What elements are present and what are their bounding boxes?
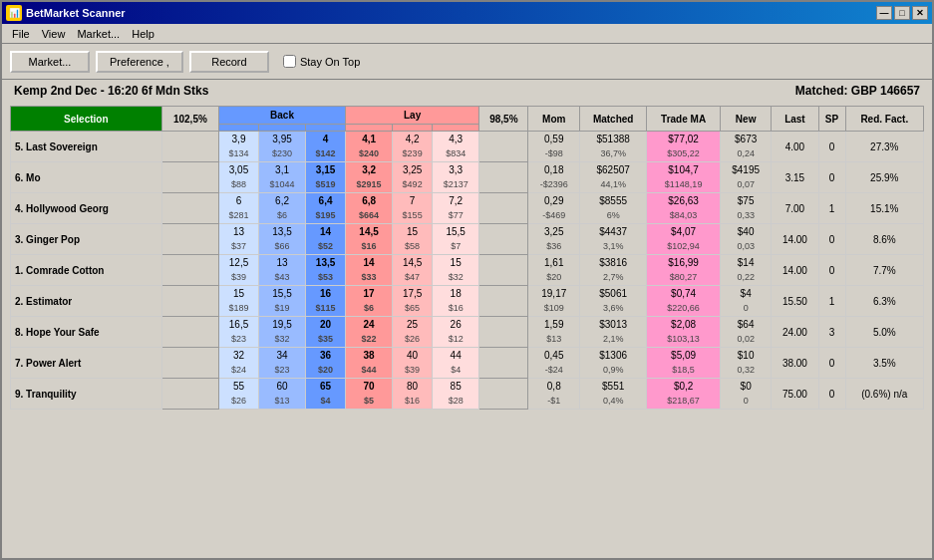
cell-b1[interactable]: 14$52 <box>306 224 346 255</box>
cell-b1[interactable]: 36$20 <box>306 348 346 379</box>
cell-b1[interactable]: 20$35 <box>306 317 346 348</box>
menu-market[interactable]: Market... <box>71 26 126 42</box>
cell-mom: 3,25$36 <box>528 224 580 255</box>
cell-l2[interactable]: 7$155 <box>393 193 433 224</box>
main-table: Selection 102,5% Back Lay 98,5% Mom Matc… <box>10 106 924 410</box>
cell-b3[interactable]: 12,5$39 <box>219 255 259 286</box>
cell-l1[interactable]: 17$6 <box>345 286 392 317</box>
cell-b2[interactable]: 3,95$230 <box>258 132 305 162</box>
cell-b2[interactable]: 60$13 <box>258 379 305 410</box>
cell-b2[interactable]: 13,5$66 <box>258 224 305 255</box>
cell-l2[interactable]: 14,5$47 <box>393 255 433 286</box>
cell-l1[interactable]: 24$22 <box>345 317 392 348</box>
cell-l2[interactable]: 40$39 <box>393 348 433 379</box>
cell-b2[interactable]: 6,2$6 <box>258 193 305 224</box>
cell-l3[interactable]: 15,5$7 <box>433 224 479 255</box>
cell-l3[interactable]: 15$32 <box>433 255 479 286</box>
preference-button[interactable]: Preference , <box>96 51 183 73</box>
cell-b1[interactable]: 65$4 <box>306 379 346 410</box>
th-red-fact: Red. Fact. <box>845 107 923 132</box>
record-button[interactable]: Record <box>189 51 269 73</box>
window-title: BetMarket Scanner <box>26 7 126 19</box>
table-row: 5. Last Sovereign 3,9$134 3,95$230 4$142… <box>11 132 924 162</box>
cell-l3[interactable]: 7,2$77 <box>433 193 479 224</box>
th-mom: Mom <box>528 107 580 132</box>
cell-mom: 0,29-$469 <box>528 193 580 224</box>
cell-matched: $13060,9% <box>580 348 647 379</box>
cell-pct2 <box>479 193 528 224</box>
cell-trade-ma: $16,99$80,27 <box>647 255 721 286</box>
cell-b1[interactable]: 16$115 <box>306 286 346 317</box>
cell-l3[interactable]: 85$28 <box>433 379 479 410</box>
cell-b2[interactable]: 13$43 <box>258 255 305 286</box>
menu-view[interactable]: View <box>36 26 72 42</box>
cell-b3[interactable]: 13$37 <box>219 224 259 255</box>
cell-b3[interactable]: 3,9$134 <box>219 132 259 162</box>
th-l2 <box>393 125 433 132</box>
cell-b1[interactable]: 4$142 <box>306 132 346 162</box>
table-container: Selection 102,5% Back Lay 98,5% Mom Matc… <box>2 102 932 414</box>
th-pct2: 98,5% <box>479 107 528 132</box>
cell-l3[interactable]: 44$4 <box>433 348 479 379</box>
cell-l2[interactable]: 17,5$65 <box>393 286 433 317</box>
title-bar-left: 📊 BetMarket Scanner <box>6 5 126 21</box>
maximize-button[interactable]: □ <box>894 6 910 20</box>
cell-b2[interactable]: 15,5$19 <box>258 286 305 317</box>
cell-last: 14.00 <box>772 255 818 286</box>
cell-l2[interactable]: 15$58 <box>393 224 433 255</box>
cell-sp: 3 <box>818 317 845 348</box>
close-button[interactable]: ✕ <box>912 6 928 20</box>
table-row: 4. Hollywood Georg 6$281 6,2$6 6,4$195 6… <box>11 193 924 224</box>
cell-l1[interactable]: 38$44 <box>345 348 392 379</box>
cell-b3[interactable]: 32$24 <box>219 348 259 379</box>
cell-l2[interactable]: 4,2$239 <box>393 132 433 162</box>
cell-b1[interactable]: 3,15$519 <box>306 162 346 193</box>
cell-l1[interactable]: 14,5$16 <box>345 224 392 255</box>
cell-l2[interactable]: 25$26 <box>393 317 433 348</box>
cell-sp: 1 <box>818 193 845 224</box>
cell-matched: $30132,1% <box>580 317 647 348</box>
cell-b1[interactable]: 13,5$53 <box>306 255 346 286</box>
menu-help[interactable]: Help <box>126 26 160 42</box>
cell-new: $400,03 <box>720 224 771 255</box>
cell-l3[interactable]: 4,3$834 <box>433 132 479 162</box>
cell-l3[interactable]: 26$12 <box>433 317 479 348</box>
stay-on-top-checkbox[interactable] <box>283 55 296 68</box>
cell-last: 7.00 <box>772 193 818 224</box>
cell-l1[interactable]: 70$5 <box>345 379 392 410</box>
cell-selection: 5. Last Sovereign <box>11 132 162 162</box>
cell-b3[interactable]: 15$189 <box>219 286 259 317</box>
menu-file[interactable]: File <box>6 26 36 42</box>
cell-b3[interactable]: 6$281 <box>219 193 259 224</box>
cell-l3[interactable]: 18$16 <box>433 286 479 317</box>
cell-l2[interactable]: 80$16 <box>393 379 433 410</box>
cell-l1[interactable]: 6,8$664 <box>345 193 392 224</box>
cell-sp: 0 <box>818 224 845 255</box>
th-b1 <box>306 125 346 132</box>
cell-b3[interactable]: 16,5$23 <box>219 317 259 348</box>
cell-pct1 <box>161 162 218 193</box>
cell-last: 15.50 <box>772 286 818 317</box>
market-button[interactable]: Market... <box>10 51 90 73</box>
cell-b2[interactable]: 34$23 <box>258 348 305 379</box>
minimize-button[interactable]: — <box>876 6 892 20</box>
cell-b2[interactable]: 3,1$1044 <box>258 162 305 193</box>
cell-l3[interactable]: 3,3$2137 <box>433 162 479 193</box>
cell-b1[interactable]: 6,4$195 <box>306 193 346 224</box>
table-row: 6. Mo 3,05$88 3,1$1044 3,15$519 3,2$2915… <box>11 162 924 193</box>
toolbar: Market... Preference , Record Stay On To… <box>2 44 932 80</box>
cell-selection: 7. Power Alert <box>11 348 162 379</box>
cell-b2[interactable]: 19,5$32 <box>258 317 305 348</box>
main-window: 📊 BetMarket Scanner — □ ✕ File View Mark… <box>0 0 934 560</box>
th-trade-ma: Trade MA <box>647 107 721 132</box>
race-title: Kemp 2nd Dec - 16:20 6f Mdn Stks <box>14 84 208 98</box>
cell-b3[interactable]: 3,05$88 <box>219 162 259 193</box>
cell-b3[interactable]: 55$26 <box>219 379 259 410</box>
cell-l1[interactable]: 4,1$240 <box>345 132 392 162</box>
cell-pct2 <box>479 255 528 286</box>
cell-l1[interactable]: 14$33 <box>345 255 392 286</box>
cell-l1[interactable]: 3,2$2915 <box>345 162 392 193</box>
cell-trade-ma: $4,07$102,94 <box>647 224 721 255</box>
cell-red-fact: (0.6%) n/a <box>845 379 923 410</box>
cell-l2[interactable]: 3,25$492 <box>393 162 433 193</box>
